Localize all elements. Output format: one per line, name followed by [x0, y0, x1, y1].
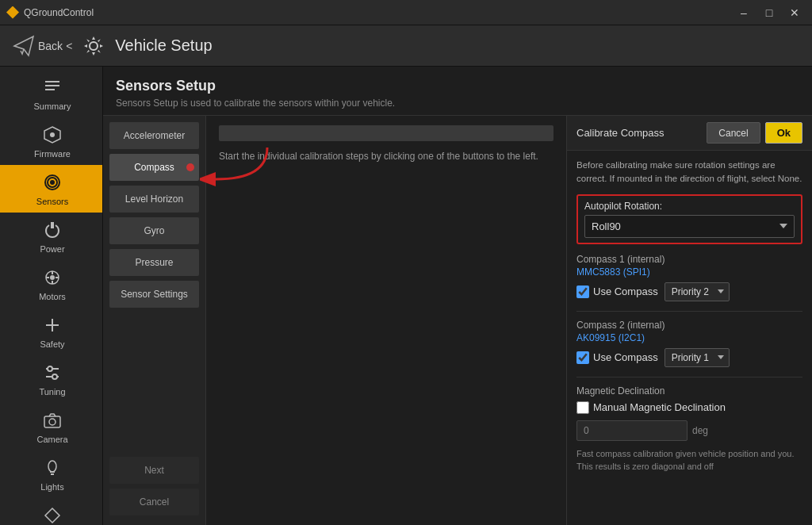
svg-point-5: [50, 132, 55, 137]
back-separator: <: [66, 40, 72, 52]
app-title: QGroundControl: [24, 7, 94, 18]
compass2-title: Compass 2 (internal): [576, 320, 802, 331]
sensor-progress-bar: [219, 125, 553, 141]
calibrate-ok-button[interactable]: Ok: [765, 122, 802, 144]
svg-rect-22: [44, 416, 60, 427]
sidebar-item-tuning[interactable]: Tuning: [0, 355, 102, 403]
sidebar-power-label: Power: [40, 244, 64, 254]
svg-rect-2: [45, 85, 59, 86]
sidebar-item-sensors[interactable]: Sensors: [0, 165, 102, 213]
sidebar-item-power[interactable]: Power: [0, 213, 102, 260]
svg-rect-1: [45, 81, 59, 82]
sidebar-summary-label: Summary: [33, 102, 71, 111]
svg-rect-17: [46, 324, 59, 326]
mag-declination-title: Magnetic Declination: [576, 385, 802, 397]
gyro-button[interactable]: Gyro: [109, 217, 199, 244]
close-button[interactable]: ✕: [783, 4, 806, 21]
compass-dot-indicator: [186, 163, 194, 171]
titlebar: QGroundControl – □ ✕: [0, 0, 812, 25]
compass1-row: Use Compass Disabled Priority 1 Priority…: [576, 282, 802, 301]
sidebar-camera-label: Camera: [36, 435, 67, 444]
vehicle-setup-gear-icon: [82, 34, 105, 58]
camera-icon: [41, 409, 63, 431]
svg-rect-3: [45, 89, 55, 90]
compass2-checkbox[interactable]: [576, 351, 589, 364]
sidebar-item-safety[interactable]: Safety: [0, 308, 102, 355]
sidebar: Summary Firmware Sensors Power: [0, 67, 103, 525]
svg-point-23: [49, 419, 56, 425]
compass1-use-compass-label[interactable]: Use Compass: [576, 285, 658, 298]
sidebar-sensors-label: Sensors: [36, 197, 68, 206]
svg-point-21: [52, 374, 57, 379]
minimize-button[interactable]: –: [733, 4, 755, 21]
power-icon: [41, 219, 63, 241]
calibrate-cancel-button[interactable]: Cancel: [707, 122, 760, 144]
sidebar-item-frame[interactable]: Frame: [0, 498, 102, 525]
sidebar-item-motors[interactable]: Motors: [0, 260, 102, 308]
sensor-settings-button[interactable]: Sensor Settings: [109, 281, 199, 308]
pressure-button[interactable]: Pressure: [109, 249, 199, 276]
svg-point-0: [90, 42, 98, 50]
accelerometer-button[interactable]: Accelerometer: [109, 122, 199, 149]
sidebar-item-summary[interactable]: Summary: [0, 70, 102, 117]
mag-divider: [576, 377, 802, 377]
svg-rect-9: [51, 222, 54, 228]
svg-marker-27: [45, 508, 59, 523]
svg-point-24: [48, 461, 56, 472]
sidebar-item-lights[interactable]: Lights: [0, 450, 102, 498]
summary-icon: [41, 76, 63, 98]
app-icon: [6, 6, 19, 19]
firmware-icon: [41, 124, 63, 146]
manual-mag-checkbox[interactable]: [576, 401, 589, 414]
compass2-priority-select[interactable]: Disabled Priority 1 Priority 2 Priority …: [665, 348, 730, 367]
compass-button[interactable]: Compass: [109, 154, 199, 181]
autopilot-rotation-box: Autopilot Rotation: None Roll90 Roll180 …: [576, 194, 802, 244]
main-layout: Summary Firmware Sensors Power: [0, 67, 812, 525]
autopilot-rotation-select[interactable]: None Roll90 Roll180 Roll270 Pitch90 Pitc…: [584, 215, 795, 238]
sidebar-item-camera[interactable]: Camera: [0, 403, 102, 450]
compass2-use-compass-label[interactable]: Use Compass: [576, 351, 658, 364]
bottom-info-text: Fast compass calibration given vehicle p…: [576, 447, 802, 473]
sensors-subtitle: Sensors Setup is used to calibrate the s…: [116, 98, 799, 109]
right-panel: Calibrate Compass Cancel Ok Before calib…: [566, 116, 812, 525]
sensors-title: Sensors Setup: [116, 78, 799, 94]
next-button[interactable]: Next: [109, 457, 199, 484]
cancel-sensor-button[interactable]: Cancel: [109, 489, 199, 515]
compass1-checkbox[interactable]: [576, 285, 589, 298]
maximize-button[interactable]: □: [758, 4, 780, 21]
titlebar-left: QGroundControl: [6, 6, 94, 19]
level-horizon-button[interactable]: Level Horizon: [109, 186, 199, 213]
compass-divider: [576, 311, 802, 312]
sidebar-firmware-label: Firmware: [34, 149, 71, 159]
calibrate-compass-title: Calibrate Compass: [576, 127, 665, 139]
manual-mag-row: Manual Magnetic Declination: [576, 401, 802, 414]
svg-point-19: [48, 366, 52, 371]
back-button[interactable]: Back <: [13, 35, 72, 57]
autopilot-rotation-label: Autopilot Rotation:: [584, 201, 795, 212]
page-title: Vehicle Setup: [115, 36, 212, 55]
right-panel-top: Calibrate Compass Cancel Ok: [567, 116, 812, 151]
compass1-use-label: Use Compass: [593, 285, 658, 297]
sensors-icon: [41, 171, 63, 194]
back-plane-icon: [13, 35, 35, 57]
lights-icon: [41, 457, 63, 479]
sidebar-item-firmware[interactable]: Firmware: [0, 117, 102, 165]
red-arrow-indicator: [200, 140, 271, 187]
content-area: Sensors Setup Sensors Setup is used to c…: [103, 67, 812, 525]
header: Back < Vehicle Setup: [0, 25, 812, 67]
svg-point-11: [50, 275, 55, 280]
compass2-section: Compass 2 (internal) AK09915 (I2C1) Use …: [576, 320, 802, 367]
safety-icon: [41, 314, 63, 336]
sensors-header: Sensors Setup Sensors Setup is used to c…: [103, 67, 812, 116]
compass1-priority-select[interactable]: Disabled Priority 1 Priority 2 Priority …: [665, 282, 730, 301]
sidebar-tuning-label: Tuning: [39, 387, 65, 397]
button-spacer: [109, 312, 199, 452]
mag-input-row: deg: [576, 420, 802, 441]
titlebar-controls: – □ ✕: [733, 4, 806, 21]
compass1-model: MMC5883 (SPI1): [576, 266, 802, 278]
sensor-middle-panel: Start the individual calibration steps b…: [206, 116, 566, 525]
mag-value-input[interactable]: [576, 420, 688, 441]
compass1-section: Compass 1 (internal) MMC5883 (SPI1) Use …: [576, 254, 802, 301]
sidebar-safety-label: Safety: [40, 339, 64, 349]
magnetic-declination-section: Magnetic Declination Manual Magnetic Dec…: [576, 385, 802, 441]
